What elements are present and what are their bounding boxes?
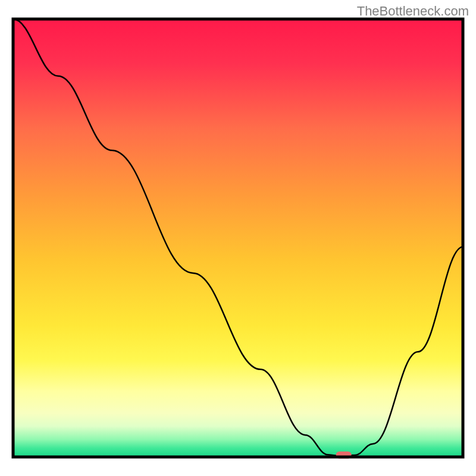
chart-container: TheBottleneck.com <box>0 0 476 476</box>
bottleneck-chart <box>0 0 476 476</box>
plot-background <box>13 19 463 457</box>
watermark-text: TheBottleneck.com <box>357 4 469 19</box>
